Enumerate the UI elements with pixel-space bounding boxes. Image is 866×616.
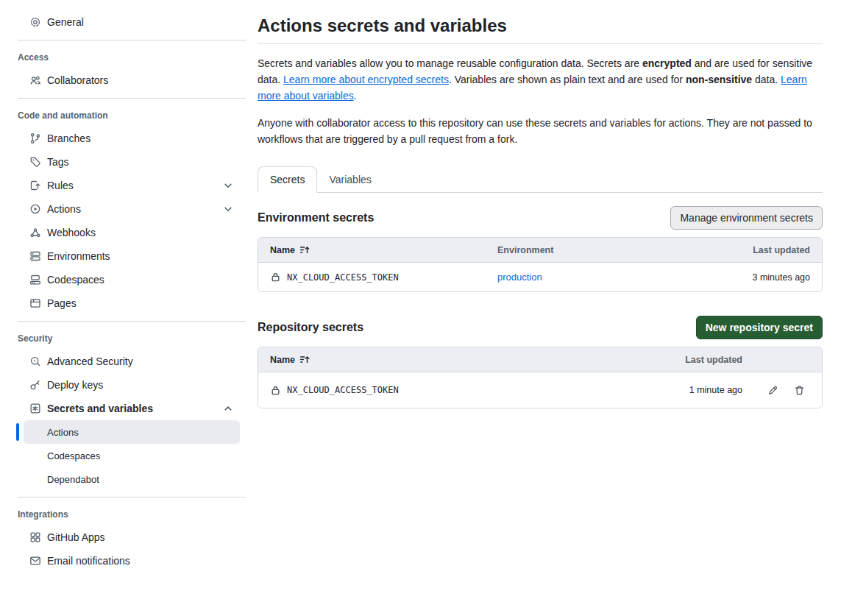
tab-variables[interactable]: Variables [317,166,383,192]
secret-asterisk-icon [29,403,41,414]
sidebar-item-label: Webhooks [47,227,234,238]
column-header-label: Name [270,355,295,365]
intro-text: . Variables are shown as plain text and … [449,74,686,85]
collaborator-access-paragraph: Anyone with collaborator access to this … [258,115,823,147]
column-header-last-updated: Last updated [692,245,810,255]
secret-name: NX_CLOUD_ACCESS_TOKEN [287,385,399,395]
last-updated-value: 3 minutes ago [692,272,810,283]
sidebar-item-environments[interactable]: Environments [18,244,240,268]
sidebar-item-label: Tags [47,156,234,168]
delete-secret-button[interactable] [788,379,810,401]
sidebar-item-webhooks[interactable]: Webhooks [18,221,240,244]
chevron-down-icon [222,180,234,191]
sidebar-divider [18,321,246,322]
intro-text: Secrets and variables allow you to manag… [258,57,642,69]
people-icon [29,74,41,86]
sidebar-divider [18,497,246,498]
sidebar-item-general[interactable]: General [18,10,240,34]
column-header-last-updated: Last updated [647,355,742,365]
repository-secrets-heading: Repository secrets [258,321,363,334]
sidebar-item-codespaces[interactable]: Codespaces [18,268,240,291]
sidebar-item-label: Deploy keys [47,379,234,391]
gear-icon [29,16,41,28]
mail-icon [29,555,41,567]
sidebar-item-label: Codespaces [47,274,234,286]
learn-more-encrypted-secrets-link[interactable]: Learn more about encrypted secrets [283,74,449,85]
sort-ascending-icon [299,354,310,365]
sidebar-item-label: Rules [47,180,216,191]
environment-secrets-heading: Environment secrets [258,211,374,224]
sidebar-item-secrets-and-variables[interactable]: Secrets and variables [18,397,240,420]
sidebar-subitem-label: Dependabot [47,474,99,485]
column-header-name-sort[interactable]: Name [270,354,647,365]
sidebar-item-collaborators[interactable]: Collaborators [18,68,240,92]
edit-secret-button[interactable] [762,379,784,401]
sort-ascending-icon [299,244,310,255]
sidebar-item-label: Actions [47,203,216,215]
environment-secrets-header: Environment secrets Manage environment s… [258,206,823,230]
intro-bold-encrypted: encrypted [642,57,692,69]
sidebar-item-advanced-security[interactable]: Advanced Security [18,350,240,373]
environment-link[interactable]: production [497,272,542,283]
codespaces-icon [29,274,41,286]
active-indicator [16,423,19,441]
lock-icon [270,385,281,396]
sidebar-item-label: Pages [47,297,234,309]
secret-name-cell: NX_CLOUD_ACCESS_TOKEN [270,385,647,396]
sidebar-item-branches[interactable]: Branches [18,127,240,150]
table-row: NX_CLOUD_ACCESS_TOKEN production 3 minut… [258,262,822,291]
browser-icon [29,297,41,309]
sidebar-section-header-integrations: Integrations [0,503,246,525]
apps-grid-icon [29,531,41,543]
new-repository-secret-button[interactable]: New repository secret [696,316,823,339]
sidebar-item-rules[interactable]: Rules [18,174,240,197]
last-updated-value: 1 minute ago [647,385,742,395]
row-action-buttons [742,379,810,401]
sidebar-item-pages[interactable]: Pages [18,291,240,315]
sidebar-divider [18,98,246,99]
sidebar-item-label: General [47,16,234,28]
sidebar-section-header-code-automation: Code and automation [0,105,246,127]
sidebar-item-label: Branches [47,132,234,144]
codescan-icon [29,355,41,367]
sidebar-divider [18,40,246,40]
intro-bold-non-sensitive: non-sensitive [686,74,752,85]
play-circle-icon [29,203,41,215]
sidebar-subitem-label: Actions [47,427,79,438]
edit-pencil-icon [767,385,778,396]
column-header-label: Name [270,245,295,255]
sidebar-item-label: Advanced Security [47,355,234,367]
sidebar-section-header-security: Security [0,328,246,350]
manage-environment-secrets-button[interactable]: Manage environment secrets [670,206,823,230]
server-icon [29,250,41,262]
sidebar-item-deploy-keys[interactable]: Deploy keys [18,373,240,397]
sidebar-subitem-actions[interactable]: Actions [24,420,240,444]
tag-icon [29,156,41,168]
sidebar-item-actions[interactable]: Actions [18,197,240,221]
chevron-up-icon [222,403,234,414]
sidebar-subitem-label: Codespaces [47,450,100,461]
secrets-variables-tabnav: Secrets Variables [258,166,823,193]
sidebar-subitem-codespaces[interactable]: Codespaces [24,444,240,467]
sidebar-subitem-dependabot[interactable]: Dependabot [24,467,240,491]
tab-secrets[interactable]: Secrets [258,166,317,193]
sidebar-item-label: Email notifications [47,555,234,567]
sidebar-item-github-apps[interactable]: GitHub Apps [18,525,240,549]
page-title: Actions secrets and variables [258,15,823,44]
sidebar-section-header-access: Access [0,46,246,68]
sidebar-item-tags[interactable]: Tags [18,150,240,174]
table-header-row: Name Last updated [258,347,822,372]
trash-icon [794,385,805,396]
main-content: Actions secrets and variables Secrets an… [258,0,823,408]
intro-text: . [354,90,357,102]
sidebar-item-label: Collaborators [47,74,234,86]
repository-secrets-header: Repository secrets New repository secret [258,316,823,339]
webhook-icon [29,227,41,238]
sidebar-item-label: Secrets and variables [47,403,216,414]
table-row: NX_CLOUD_ACCESS_TOKEN 1 minute ago [258,372,822,408]
column-header-name-sort[interactable]: Name [270,244,497,255]
sidebar-item-email-notifications[interactable]: Email notifications [18,549,240,573]
git-branch-icon [29,132,41,144]
column-header-environment: Environment [497,245,692,255]
intro-text: data. [752,74,781,85]
